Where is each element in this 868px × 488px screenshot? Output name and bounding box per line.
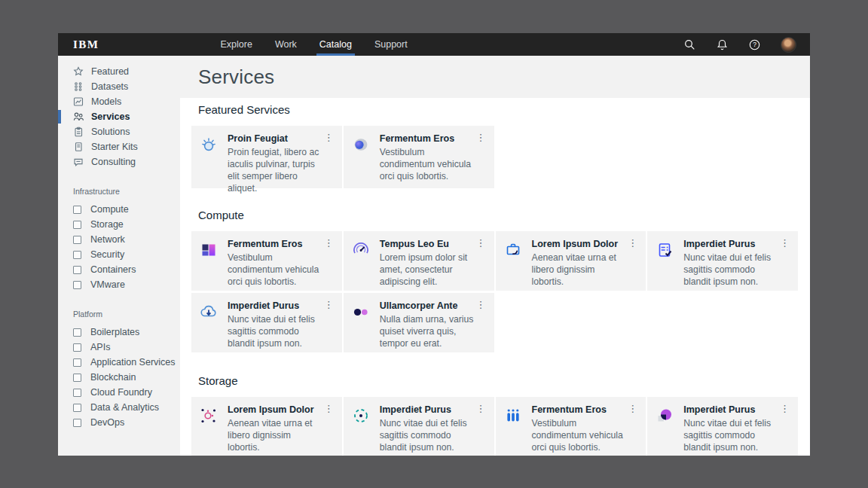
nav-support[interactable]: Support [363, 33, 419, 56]
checkbox[interactable] [73, 251, 81, 259]
filter-blockchain[interactable]: Blockchain [58, 370, 180, 385]
overflow-menu-icon[interactable]: ⋮ [321, 236, 337, 249]
overflow-menu-icon[interactable]: ⋮ [625, 402, 640, 415]
checkbox[interactable] [73, 343, 81, 352]
services-people-icon [72, 111, 84, 123]
service-card[interactable]: Fermentum Eros Vestibulum condimentum ve… [496, 397, 646, 456]
sidebar-item-starter-kits[interactable]: Starter Kits [58, 139, 180, 154]
filter-boilerplates[interactable]: Boilerplates [58, 325, 180, 340]
overflow-menu-icon[interactable]: ⋮ [473, 298, 489, 311]
section-featured-services: Featured Services Proin Feugiat Proin fe… [191, 104, 798, 188]
overflow-menu-icon[interactable]: ⋮ [777, 402, 793, 415]
card-description: Aenean vitae urna et libero dignissim lo… [532, 252, 628, 288]
filter-group-label: Infrastructure [58, 187, 180, 196]
service-card[interactable]: Lorem Ipsum Dolor Aenean vitae urna et l… [496, 231, 646, 291]
filter-containers[interactable]: Containers [58, 262, 180, 277]
sidebar-item-label: Services [91, 111, 130, 122]
service-card[interactable]: Lorem Ipsum Dolor Aenean vitae urna et l… [191, 397, 342, 456]
orb-icon [351, 135, 371, 154]
filter-group-label: Platform [58, 310, 180, 319]
filter-group-infrastructure: Infrastructure Compute Storage Network S… [58, 187, 180, 292]
two-dots-icon [351, 302, 371, 322]
service-card[interactable]: Imperdiet Purus Nunc vitae dui et felis … [344, 397, 494, 456]
service-card[interactable]: Proin Feugiat Proin feugiat, libero ac i… [191, 126, 342, 188]
svg-text:?: ? [753, 41, 756, 48]
service-card[interactable]: Tempus Leo Eu Lorem ipsum dolor sit amet… [344, 231, 494, 291]
filter-application-services[interactable]: Application Services [58, 355, 180, 370]
overflow-menu-icon[interactable]: ⋮ [321, 131, 337, 144]
filter-compute[interactable]: Compute [58, 202, 180, 217]
sidebar-item-label: Solutions [91, 127, 130, 137]
checkbox[interactable] [73, 266, 81, 274]
filter-network[interactable]: Network [58, 232, 180, 247]
overflow-menu-icon[interactable]: ⋮ [473, 402, 489, 415]
ibm-logo[interactable]: IBM [73, 38, 99, 51]
nav-catalog[interactable]: Catalog [308, 33, 363, 56]
card-title: Proin Feugiat [228, 133, 324, 144]
overflow-menu-icon[interactable]: ⋮ [321, 298, 337, 311]
nav-work[interactable]: Work [264, 33, 308, 56]
section-storage: Storage Lorem Ipsum Dolor Aenean vitae u… [191, 375, 798, 456]
card-title: Imperdiet Purus [683, 239, 780, 249]
service-card[interactable]: Imperdiet Purus Nunc vitae dui et felis … [647, 231, 798, 291]
sidebar-item-solutions[interactable]: Solutions [58, 124, 180, 139]
card-title: Tempus Leo Eu [380, 239, 476, 249]
filter-security[interactable]: Security [58, 247, 180, 262]
help-icon[interactable]: ? [748, 38, 761, 51]
card-description: Nunc vitae dui et felis sagittis commodo… [380, 417, 476, 453]
top-navbar: IBM Explore Work Catalog Support ? [58, 33, 810, 56]
datasets-icon [72, 81, 84, 93]
checkbox[interactable] [73, 404, 81, 412]
service-card[interactable]: Fermentum Eros Vestibulum condimentum ve… [344, 126, 494, 188]
sidebar: Featured Datasets Models Services Soluti… [58, 56, 180, 456]
overflow-menu-icon[interactable]: ⋮ [473, 131, 489, 144]
card-description: Nunc vitae dui et felis sagittis commodo… [228, 313, 324, 349]
section-compute: Compute Fermentum Eros Vestibulum condim… [191, 209, 798, 352]
card-title: Imperdiet Purus [380, 404, 476, 415]
filter-vmware[interactable]: VMware [58, 277, 180, 292]
chat-icon [72, 156, 84, 168]
sidebar-item-services[interactable]: Services [58, 109, 180, 124]
checkbox[interactable] [73, 374, 81, 382]
overflow-menu-icon[interactable]: ⋮ [777, 236, 793, 249]
checkbox[interactable] [73, 419, 81, 427]
checkbox[interactable] [73, 389, 81, 397]
checkbox[interactable] [73, 206, 81, 214]
card-description: Vestibulum condimentum vehicula orci qui… [532, 417, 628, 453]
server-check-icon [655, 240, 674, 260]
star-icon [72, 66, 84, 78]
overflow-menu-icon[interactable]: ⋮ [321, 402, 337, 415]
sidebar-item-label: Models [91, 96, 121, 107]
checkbox[interactable] [73, 328, 81, 337]
service-card[interactable]: Imperdiet Purus Nunc vitae dui et felis … [647, 397, 798, 456]
filter-devops[interactable]: DevOps [58, 415, 180, 430]
filter-data-analytics[interactable]: Data & Analytics [58, 400, 180, 415]
cloud-download-icon [199, 302, 219, 322]
checkbox[interactable] [73, 236, 81, 244]
overflow-menu-icon[interactable]: ⋮ [473, 236, 489, 249]
checkbox[interactable] [73, 358, 81, 367]
search-icon[interactable] [683, 38, 696, 51]
services-panel: Featured Services Proin Feugiat Proin fe… [180, 98, 810, 456]
sidebar-item-models[interactable]: Models [58, 94, 180, 109]
sidebar-item-consulting[interactable]: Consulting [58, 154, 180, 169]
sidebar-item-featured[interactable]: Featured [58, 64, 180, 79]
checkbox[interactable] [73, 281, 81, 289]
overflow-menu-icon[interactable]: ⋮ [625, 236, 640, 249]
nav-explore[interactable]: Explore [209, 33, 264, 56]
filter-cloud-foundry[interactable]: Cloud Foundry [58, 385, 180, 400]
card-description: Aenean vitae urna et libero dignissim lo… [228, 417, 324, 453]
card-title: Imperdiet Purus [683, 404, 780, 415]
filter-apis[interactable]: APIs [58, 340, 180, 355]
service-card[interactable]: Ullamcorper Ante Nulla diam urna, varius… [344, 293, 494, 352]
notifications-icon[interactable] [716, 38, 729, 51]
filter-storage[interactable]: Storage [58, 217, 180, 232]
service-card[interactable]: Fermentum Eros Vestibulum condimentum ve… [191, 231, 342, 291]
sidebar-item-datasets[interactable]: Datasets [58, 79, 180, 94]
section-heading: Storage [198, 375, 798, 387]
service-card[interactable]: Imperdiet Purus Nunc vitae dui et felis … [191, 293, 342, 352]
sliders-icon [503, 406, 523, 425]
user-avatar[interactable] [781, 37, 796, 53]
card-title: Fermentum Eros [228, 239, 324, 249]
checkbox[interactable] [73, 221, 81, 229]
